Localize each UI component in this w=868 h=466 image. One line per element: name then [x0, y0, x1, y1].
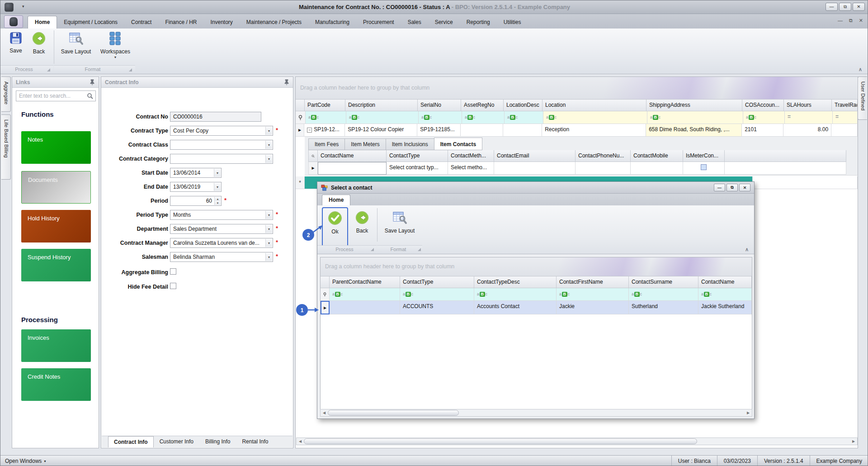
column-header-ismetercontact[interactable]: IsMeterCon...: [683, 150, 725, 162]
dialog-restore-button[interactable]: ⧉: [726, 184, 738, 191]
column-header-partcode[interactable]: PartCode: [305, 100, 345, 111]
cell-assetregno[interactable]: [461, 124, 503, 137]
side-tab-aggregate[interactable]: Aggregate: [1, 76, 11, 112]
column-header-contacttypedesc[interactable]: ContactTypeDesc: [474, 276, 557, 288]
contract-manager-combo[interactable]: Carolina Suzzetta Lourens van de...▾: [170, 238, 273, 248]
dialog-save-layout-button[interactable]: Save Layout: [382, 210, 418, 234]
end-date-picker[interactable]: 13/06/2019▾: [170, 182, 222, 192]
dialog-title-bar[interactable]: Select a contact — ⧉ ✕: [317, 182, 754, 194]
dialog-hscrollbar[interactable]: ◀ ▶: [320, 409, 752, 417]
period-type-combo[interactable]: Months▾: [170, 210, 273, 220]
filter-cell[interactable]: aBc: [543, 111, 647, 124]
contact-group-panel[interactable]: Drag a column header here to group by th…: [321, 257, 752, 276]
cell-contactname[interactable]: Jackie Sutherland: [698, 301, 752, 314]
cell-contactname-editor[interactable]: [318, 162, 387, 175]
pin-icon[interactable]: [284, 79, 289, 86]
cell-cosaccount[interactable]: 2101: [742, 124, 783, 137]
links-search-input[interactable]: [16, 93, 85, 99]
dialog-ribbon-collapse-icon[interactable]: ∧: [745, 247, 749, 252]
contact-data-row[interactable]: ▶ ACCOUNTS Accounts Contact Jackie Suthe…: [321, 301, 752, 314]
selected-row-indicator[interactable]: ▶: [321, 301, 330, 314]
pin-icon[interactable]: [90, 79, 95, 86]
process-group-launcher-icon[interactable]: [371, 248, 374, 251]
column-header-contactemail[interactable]: ContactEmail: [494, 150, 576, 162]
back-button[interactable]: Back: [28, 31, 49, 55]
filter-cell[interactable]: =: [833, 111, 858, 124]
tab-utilities[interactable]: Utilities: [497, 16, 528, 29]
department-combo[interactable]: Sales Department▾: [170, 224, 273, 234]
filter-cell[interactable]: aBc: [474, 288, 557, 301]
tab-finance-hr[interactable]: Finance / HR: [158, 16, 203, 29]
search-icon[interactable]: [87, 93, 93, 99]
tab-item-meters[interactable]: Item Meters: [344, 138, 385, 150]
cell-contactmobile[interactable]: [631, 162, 683, 175]
filter-cell[interactable]: aBc: [462, 111, 505, 124]
dialog-tab-home[interactable]: Home: [322, 195, 350, 205]
cell-location[interactable]: Reception: [542, 124, 646, 137]
tab-item-fees[interactable]: Item Fees: [308, 138, 344, 150]
column-header-cosaccount[interactable]: COSAccoun...: [742, 100, 784, 111]
mdi-minimize-icon[interactable]: —: [838, 18, 843, 24]
credit-notes-button[interactable]: Credit Notes: [21, 368, 91, 401]
side-tab-life-based-billing[interactable]: Life Based Billing: [1, 114, 11, 180]
column-header-serialno[interactable]: SerialNo: [418, 100, 461, 111]
tab-equipment-locations[interactable]: Equipment / Locations: [57, 16, 124, 29]
filter-cell[interactable]: aBc: [698, 288, 752, 301]
scroll-left-icon[interactable]: ◀: [321, 409, 328, 416]
filter-cell[interactable]: aBc: [647, 111, 743, 124]
column-header-parentcontactname[interactable]: ParentContactName: [330, 276, 400, 288]
search-header-cell[interactable]: [309, 150, 318, 162]
tab-billing-info[interactable]: Billing Info: [199, 436, 236, 447]
invoices-button[interactable]: Invoices: [21, 329, 91, 362]
spin-up-icon[interactable]: ▲: [215, 197, 221, 201]
documents-button[interactable]: Documents: [21, 171, 91, 204]
filter-cell[interactable]: aBc: [306, 111, 346, 124]
hide-fee-detail-checkbox[interactable]: [170, 283, 176, 289]
column-header-contactmobile[interactable]: ContactMobile: [631, 150, 683, 162]
filter-cell[interactable]: =: [785, 111, 833, 124]
cell-contacttype[interactable]: ACCOUNTS: [400, 301, 474, 314]
filter-cell[interactable]: aBc: [743, 111, 785, 124]
chevron-down-icon[interactable]: ▾: [265, 239, 272, 247]
ok-button[interactable]: Ok: [325, 210, 345, 235]
save-button[interactable]: Save: [5, 31, 27, 54]
minimize-button[interactable]: —: [826, 3, 838, 11]
scroll-thumb[interactable]: [328, 410, 459, 416]
start-date-picker[interactable]: 13/06/2014▾: [170, 168, 222, 178]
cell-ismetercontact[interactable]: [683, 162, 725, 175]
is-meter-contact-checkbox[interactable]: [701, 164, 707, 170]
hold-history-button[interactable]: Hold History: [21, 210, 91, 243]
column-header-contactmethod[interactable]: ContactMeth...: [448, 150, 494, 162]
column-header-contactfirstname[interactable]: ContactFirstName: [557, 276, 629, 288]
scroll-right-icon[interactable]: ▶: [850, 438, 857, 445]
column-header-contacttype[interactable]: ContactType: [400, 276, 474, 288]
application-menu-button[interactable]: [4, 15, 23, 28]
filter-cell[interactable]: aBc: [400, 288, 474, 301]
tab-manufacturing[interactable]: Manufacturing: [308, 16, 356, 29]
aggregate-billing-checkbox[interactable]: [170, 268, 176, 275]
chevron-down-icon[interactable]: ▾: [265, 225, 272, 233]
cell-contactemail[interactable]: [494, 162, 576, 175]
notes-button[interactable]: Notes: [21, 131, 91, 164]
tab-contract-info[interactable]: Contract Info: [108, 436, 154, 447]
column-header-locationdesc[interactable]: LocationDesc: [504, 100, 542, 111]
side-tab-user-defined[interactable]: User Defined: [858, 76, 867, 120]
open-windows-button[interactable]: Open Windows▾: [0, 458, 50, 464]
scroll-thumb[interactable]: [304, 438, 697, 444]
cell-shippingaddress[interactable]: 658 Dime Road, South Riding, ,...: [646, 124, 742, 137]
cell-serialno[interactable]: SP19-12185...: [417, 124, 461, 137]
contract-type-combo[interactable]: Cost Per Copy▾: [170, 126, 273, 136]
filter-cell[interactable]: aBc: [330, 288, 400, 301]
dialog-minimize-button[interactable]: —: [714, 184, 725, 191]
workspaces-button[interactable]: Workspaces ▾: [97, 31, 133, 59]
cell-slahours[interactable]: 8.00: [783, 124, 831, 137]
close-button[interactable]: ✕: [853, 3, 865, 11]
filter-cell[interactable]: aBc: [346, 111, 419, 124]
mdi-restore-icon[interactable]: ⧉: [849, 18, 853, 24]
column-header-assetregno[interactable]: AssetRegNo: [461, 100, 504, 111]
column-header-contactphone[interactable]: ContactPhoneNu...: [576, 150, 631, 162]
chevron-down-icon[interactable]: ▾: [265, 141, 272, 149]
tab-customer-info[interactable]: Customer Info: [154, 436, 199, 447]
scroll-left-icon[interactable]: ◀: [297, 438, 304, 445]
save-layout-button[interactable]: Save Layout: [58, 31, 94, 55]
